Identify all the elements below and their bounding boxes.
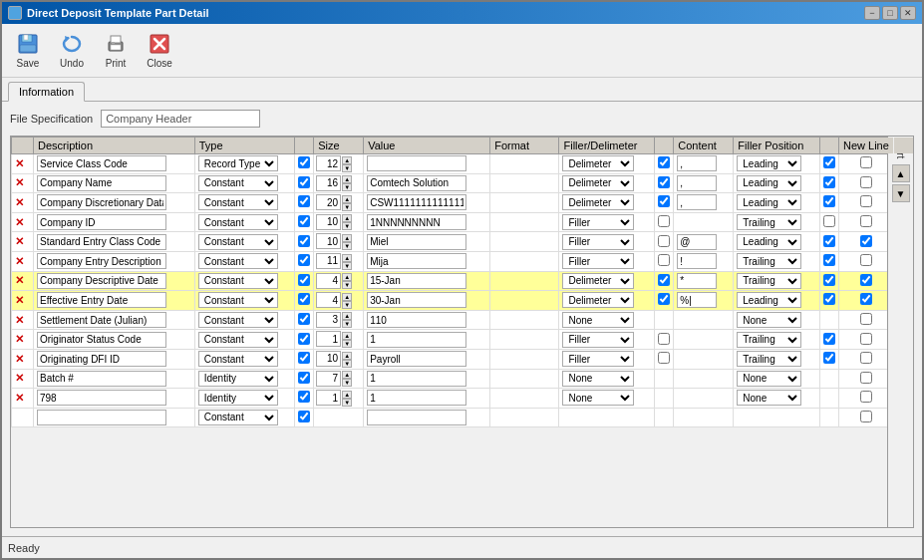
size-down-arrow[interactable]: ▼ bbox=[342, 262, 352, 270]
size-down-arrow[interactable]: ▼ bbox=[342, 379, 352, 387]
type-checkbox[interactable] bbox=[298, 333, 310, 345]
undo-button[interactable]: Undo bbox=[52, 28, 92, 73]
value-input[interactable] bbox=[367, 371, 466, 387]
type-select[interactable]: ConstantRecord TypeIdentityFiller bbox=[198, 371, 278, 387]
value-input[interactable] bbox=[367, 312, 466, 328]
filler-position-select[interactable]: LeadingTrailingNone bbox=[737, 292, 801, 308]
size-down-arrow[interactable]: ▼ bbox=[342, 320, 352, 328]
filler-select[interactable]: DelimeterFillerNone bbox=[562, 371, 634, 387]
newline-checkbox[interactable] bbox=[860, 411, 872, 422]
filler-select[interactable]: DelimeterFillerNone bbox=[562, 292, 634, 308]
size-down-arrow[interactable]: ▼ bbox=[342, 281, 352, 289]
content-input[interactable] bbox=[677, 194, 717, 210]
type-select[interactable]: ConstantRecord TypeIdentityFiller bbox=[198, 332, 278, 348]
filler-position-select[interactable]: LeadingTrailingNone bbox=[737, 273, 801, 289]
filler-checkbox[interactable] bbox=[658, 195, 670, 207]
size-input[interactable] bbox=[316, 312, 341, 328]
size-down-arrow[interactable]: ▼ bbox=[342, 183, 352, 191]
value-input[interactable] bbox=[367, 194, 466, 210]
content-input[interactable] bbox=[677, 155, 717, 171]
type-checkbox[interactable] bbox=[298, 235, 310, 247]
filler-select[interactable]: DelimeterFillerNone bbox=[562, 194, 634, 210]
value-input[interactable] bbox=[367, 351, 466, 367]
delete-icon[interactable]: ✕ bbox=[15, 157, 24, 169]
type-select[interactable]: ConstantRecord TypeIdentityFiller bbox=[198, 155, 278, 171]
value-input[interactable] bbox=[367, 410, 466, 425]
size-down-arrow[interactable]: ▼ bbox=[342, 301, 352, 309]
type-select[interactable]: ConstantRecord TypeIdentityFiller bbox=[198, 194, 278, 210]
size-down-arrow[interactable]: ▼ bbox=[342, 399, 352, 407]
description-input[interactable] bbox=[37, 155, 166, 171]
type-checkbox[interactable] bbox=[298, 274, 310, 286]
description-input[interactable] bbox=[37, 351, 166, 367]
size-input[interactable] bbox=[316, 214, 341, 230]
size-up-arrow[interactable]: ▲ bbox=[342, 371, 352, 379]
description-input[interactable] bbox=[37, 332, 166, 348]
size-up-arrow[interactable]: ▲ bbox=[342, 214, 352, 222]
fp-checkbox[interactable] bbox=[823, 274, 835, 286]
filler-select[interactable]: DelimeterFillerNone bbox=[562, 332, 634, 348]
filler-select[interactable]: DelimeterFillerNone bbox=[562, 175, 634, 191]
size-up-arrow[interactable]: ▲ bbox=[342, 352, 352, 360]
newline-checkbox[interactable] bbox=[860, 372, 872, 384]
newline-checkbox[interactable] bbox=[860, 333, 872, 345]
value-input[interactable] bbox=[367, 390, 466, 406]
content-input[interactable] bbox=[677, 273, 717, 289]
size-input[interactable] bbox=[316, 155, 341, 171]
value-input[interactable] bbox=[367, 175, 466, 191]
newline-checkbox[interactable] bbox=[860, 156, 872, 168]
type-select[interactable]: ConstantRecord TypeIdentityFiller bbox=[198, 273, 278, 289]
newline-checkbox[interactable] bbox=[860, 254, 872, 266]
type-checkbox[interactable] bbox=[298, 254, 310, 266]
type-checkbox[interactable] bbox=[298, 352, 310, 364]
value-input[interactable] bbox=[367, 332, 466, 348]
size-input[interactable] bbox=[316, 194, 341, 210]
fp-checkbox[interactable] bbox=[823, 333, 835, 345]
value-input[interactable] bbox=[367, 155, 466, 171]
type-checkbox[interactable] bbox=[298, 372, 310, 384]
filler-select[interactable]: DelimeterFillerNone bbox=[562, 273, 634, 289]
fp-checkbox[interactable] bbox=[823, 235, 835, 247]
delete-icon[interactable]: ✕ bbox=[15, 314, 24, 326]
newline-checkbox[interactable] bbox=[860, 313, 872, 325]
maximize-button[interactable]: □ bbox=[882, 6, 898, 20]
fp-checkbox[interactable] bbox=[823, 176, 835, 188]
fp-checkbox[interactable] bbox=[823, 352, 835, 364]
type-select[interactable]: ConstantRecord TypeIdentityFiller bbox=[198, 410, 278, 425]
filler-checkbox[interactable] bbox=[658, 235, 670, 247]
description-input[interactable] bbox=[37, 273, 166, 289]
filler-position-select[interactable]: LeadingTrailingNone bbox=[737, 332, 801, 348]
delete-icon[interactable]: ✕ bbox=[15, 333, 24, 345]
file-spec-input[interactable] bbox=[101, 110, 260, 128]
filler-position-select[interactable]: LeadingTrailingNone bbox=[737, 312, 801, 328]
newline-checkbox[interactable] bbox=[860, 195, 872, 207]
newline-checkbox[interactable] bbox=[860, 391, 872, 403]
delete-icon[interactable]: ✕ bbox=[15, 392, 24, 404]
size-input[interactable] bbox=[316, 292, 341, 308]
value-input[interactable] bbox=[367, 292, 466, 308]
type-checkbox[interactable] bbox=[298, 293, 310, 305]
delete-icon[interactable]: ✕ bbox=[15, 255, 24, 267]
delete-icon[interactable]: ✕ bbox=[15, 353, 24, 365]
size-up-arrow[interactable]: ▲ bbox=[342, 156, 352, 164]
newline-checkbox[interactable] bbox=[860, 352, 872, 364]
sort-down-button[interactable]: ▼ bbox=[892, 184, 910, 202]
type-select[interactable]: ConstantRecord TypeIdentityFiller bbox=[198, 214, 278, 230]
value-input[interactable] bbox=[367, 253, 466, 269]
type-select[interactable]: ConstantRecord TypeIdentityFiller bbox=[198, 390, 278, 406]
newline-checkbox[interactable] bbox=[860, 176, 872, 188]
type-checkbox[interactable] bbox=[298, 215, 310, 227]
size-up-arrow[interactable]: ▲ bbox=[342, 195, 352, 203]
value-input[interactable] bbox=[367, 214, 466, 230]
window-close-button[interactable]: ✕ bbox=[900, 6, 916, 20]
filler-checkbox[interactable] bbox=[658, 215, 670, 227]
type-checkbox[interactable] bbox=[298, 156, 310, 168]
filler-select[interactable]: DelimeterFillerNone bbox=[562, 234, 634, 250]
delete-icon[interactable]: ✕ bbox=[15, 274, 24, 286]
description-input[interactable] bbox=[37, 371, 166, 387]
filler-select[interactable]: DelimeterFillerNone bbox=[562, 312, 634, 328]
type-checkbox[interactable] bbox=[298, 195, 310, 207]
fp-checkbox[interactable] bbox=[823, 293, 835, 305]
fp-checkbox[interactable] bbox=[823, 215, 835, 227]
type-select[interactable]: ConstantRecord TypeIdentityFiller bbox=[198, 253, 278, 269]
